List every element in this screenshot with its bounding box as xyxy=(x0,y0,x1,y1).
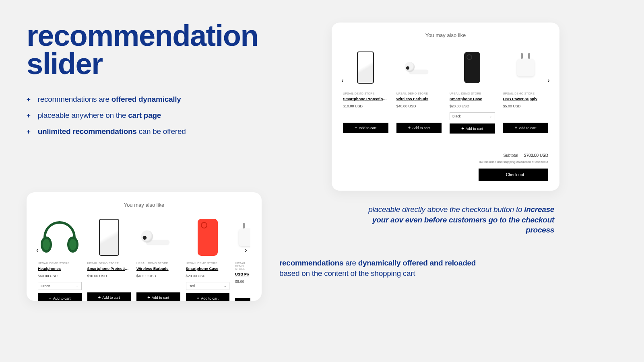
product-image-case-red xyxy=(186,215,230,259)
add-to-cart-button[interactable]: +Add to cart xyxy=(136,292,180,301)
product-image-screen-protector xyxy=(87,215,131,259)
product-slider: ‹ UPSAIL DEMO STORE Headphones $60.00 US… xyxy=(38,215,250,301)
product-brand: UPSAIL DEMO STORE xyxy=(235,262,250,270)
plus-icon: + xyxy=(27,128,31,136)
chevron-down-icon: ⌄ xyxy=(489,115,492,118)
product-image-charger xyxy=(503,45,549,90)
plus-icon: + xyxy=(461,126,464,131)
chevron-right-icon: › xyxy=(547,77,549,84)
product-brand: UPSAIL DEMO STORE xyxy=(396,92,442,95)
slider-title: You may also like xyxy=(343,32,548,38)
product-name-link[interactable]: Smartphone Case xyxy=(186,266,230,271)
plus-icon: + xyxy=(27,96,31,104)
plus-icon: + xyxy=(408,125,411,130)
subtotal-label: Subtotal xyxy=(503,153,518,158)
add-to-cart-button[interactable]: +Add to cart xyxy=(450,123,495,134)
product-card: UPSAIL DEMO STORE Wireless Earbuds $40.0… xyxy=(396,45,442,134)
product-price: $20.00 USD xyxy=(450,104,495,108)
cart-summary: Subtotal $700.00 USD Tax included and sh… xyxy=(479,153,548,181)
product-name-link[interactable]: Smartphone Case xyxy=(450,97,495,101)
product-name-link[interactable]: Smartphone Protection Glas xyxy=(343,97,388,101)
product-card-partial: UPSAIL DEMO STORE USB Po $5.00 xyxy=(235,215,250,301)
product-price: $10.00 USD xyxy=(343,104,388,108)
product-card: UPSAIL DEMO STORE Smartphone Case $20.00… xyxy=(186,215,230,301)
add-to-cart-button[interactable]: +Add to cart xyxy=(186,293,230,301)
product-card: UPSAIL DEMO STORE Headphones $60.00 USD … xyxy=(38,215,82,301)
slider-card-checkout: You may also like ‹ UPSAIL DEMO STORE Sm… xyxy=(332,23,559,191)
feature-bullets: + recommendations are offered dynamicall… xyxy=(27,95,186,143)
plus-icon: + xyxy=(27,112,31,120)
slider-next-button[interactable]: › xyxy=(242,247,250,254)
product-name-link[interactable]: Wireless Earbuds xyxy=(396,97,442,101)
plus-icon: + xyxy=(515,125,517,130)
product-brand: UPSAIL DEMO STORE xyxy=(38,262,82,265)
caption-checkout: placeable directly above the checkout bu… xyxy=(359,204,554,235)
variant-select[interactable]: Red⌄ xyxy=(186,282,230,290)
product-brand: UPSAIL DEMO STORE xyxy=(186,262,230,265)
add-to-cart-button[interactable]: +Add to cart xyxy=(503,123,549,133)
subtotal-amount: $700.00 USD xyxy=(524,153,548,158)
product-brand: UPSAIL DEMO STORE xyxy=(343,92,388,95)
caption-dynamic: recommendations are dynamically offered … xyxy=(279,258,481,278)
product-name-link[interactable]: Headphones xyxy=(38,266,82,271)
product-brand: UPSAIL DEMO STORE xyxy=(503,92,549,95)
product-slider: ‹ UPSAIL DEMO STORE Smartphone Protectio… xyxy=(343,45,548,134)
product-brand: UPSAIL DEMO STORE xyxy=(87,262,131,265)
product-name-link[interactable]: USB Po xyxy=(235,272,250,276)
chevron-right-icon: › xyxy=(245,247,247,254)
product-image-headphones xyxy=(38,215,82,259)
slider-next-button[interactable]: › xyxy=(545,77,552,84)
product-card: UPSAIL DEMO STORE Smartphone Protection … xyxy=(343,45,388,134)
product-card: UPSAIL DEMO STORE USB Power Supply $5.00… xyxy=(503,45,549,134)
bullet-1: + recommendations are offered dynamicall… xyxy=(27,95,186,104)
product-price: $10.00 USD xyxy=(87,274,131,278)
product-brand: UPSAIL DEMO STORE xyxy=(450,92,495,95)
product-card: UPSAIL DEMO STORE Smartphone Protection … xyxy=(87,215,131,301)
chevron-down-icon: ⌄ xyxy=(76,284,79,288)
variant-select[interactable]: Green⌄ xyxy=(38,282,82,290)
bullet-3: + unlimited recommendations can be offer… xyxy=(27,127,186,136)
chevron-down-icon: ⌄ xyxy=(224,284,227,288)
plus-icon: + xyxy=(355,125,357,130)
plus-icon: + xyxy=(147,295,150,300)
add-to-cart-button[interactable]: +Add to cart xyxy=(343,123,388,133)
add-to-cart-button[interactable]: +Add to cart xyxy=(38,293,82,301)
product-brand: UPSAIL DEMO STORE xyxy=(136,262,180,265)
product-name-link[interactable]: Wireless Earbuds xyxy=(136,266,180,271)
product-name-link[interactable]: USB Power Supply xyxy=(503,97,549,101)
plus-icon: + xyxy=(197,296,199,300)
product-price: $40.00 USD xyxy=(396,104,442,108)
product-image-earbuds xyxy=(136,215,180,259)
add-to-cart-button[interactable]: +Add to cart xyxy=(396,123,442,133)
plus-icon: + xyxy=(49,296,51,300)
checkout-button[interactable]: Check out xyxy=(479,169,548,181)
product-price: $5.00 USD xyxy=(503,104,549,108)
product-image-screen-protector xyxy=(343,45,388,90)
variant-select[interactable]: Black⌄ xyxy=(450,112,495,120)
slider-title: You may also like xyxy=(38,202,250,208)
bullet-2: + placeable anywhere on the cart page xyxy=(27,111,186,120)
tax-note: Tax included and shipping calculated at … xyxy=(479,160,548,164)
add-to-cart-button[interactable]: +Add to cart xyxy=(87,292,131,301)
product-price: $5.00 xyxy=(235,280,250,284)
product-price: $40.00 USD xyxy=(136,274,180,278)
headline-line-2: slider xyxy=(27,47,102,80)
add-to-cart-button[interactable] xyxy=(235,298,250,301)
chevron-left-icon: ‹ xyxy=(341,77,343,84)
product-image-earbuds xyxy=(396,45,442,90)
slider-prev-button[interactable]: ‹ xyxy=(339,77,346,84)
plus-icon: + xyxy=(98,295,101,300)
slider-prev-button[interactable]: ‹ xyxy=(34,247,41,254)
product-name-link[interactable]: Smartphone Protection Glas xyxy=(87,266,131,271)
product-card: UPSAIL DEMO STORE Wireless Earbuds $40.0… xyxy=(136,215,180,301)
product-image-case-black xyxy=(450,45,495,90)
product-price: $20.00 USD xyxy=(186,274,230,278)
product-card: UPSAIL DEMO STORE Smartphone Case $20.00… xyxy=(450,45,495,134)
product-price: $60.00 USD xyxy=(38,274,82,278)
chevron-left-icon: ‹ xyxy=(36,247,38,254)
page-headline: recommendation slider xyxy=(27,22,258,78)
slider-card-cart: You may also like ‹ UPSAIL DEMO STORE He… xyxy=(27,192,262,301)
